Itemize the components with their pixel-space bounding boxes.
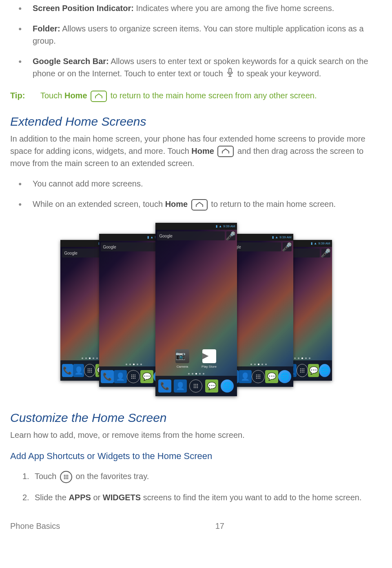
svg-point-17	[135, 376, 136, 377]
svg-point-53	[67, 476, 69, 477]
list-item: While on an extended screen, touch Home …	[10, 198, 382, 211]
list-item: Google Search Bar: Allows users to enter…	[10, 55, 382, 81]
svg-point-4	[89, 368, 91, 370]
home-icon	[191, 199, 208, 211]
svg-point-44	[303, 370, 305, 371]
svg-point-35	[259, 376, 261, 377]
svg-point-43	[302, 370, 303, 371]
svg-rect-0	[229, 68, 231, 73]
feature-list: Screen Position Indicator: Indicates whe…	[10, 2, 382, 81]
svg-point-21	[194, 384, 195, 385]
svg-point-45	[300, 372, 301, 373]
svg-point-16	[133, 376, 134, 377]
term-label: Folder:	[33, 24, 60, 33]
svg-point-48	[64, 475, 65, 476]
svg-point-38	[259, 378, 261, 379]
svg-point-40	[302, 368, 303, 370]
tip-text: Touch Home to return to the main home sc…	[40, 89, 317, 102]
svg-point-32	[259, 375, 261, 376]
add-steps-list: 1. Touch on the favorites tray. 2. Slide…	[22, 470, 382, 504]
tip-label: Tip:	[10, 89, 33, 102]
phone-stack: ▮▲9:39 AM Google🎤 📞👤💬🌐 ▮▲9:39 AM Google🎤…	[51, 223, 341, 398]
svg-point-18	[131, 378, 133, 379]
svg-point-42	[300, 370, 301, 371]
term-text: Indicates where you are among the five h…	[134, 4, 334, 13]
svg-point-52	[66, 476, 67, 477]
apps-grid-icon	[60, 471, 72, 483]
svg-point-11	[91, 372, 92, 373]
svg-point-34	[258, 376, 259, 377]
page-footer: Phone Basics 17 .	[10, 520, 382, 532]
svg-point-54	[64, 478, 65, 479]
svg-point-50	[67, 475, 69, 476]
svg-point-23	[197, 384, 198, 385]
svg-point-20	[135, 378, 136, 379]
phone-screen-main: ▮▲9:39 AM Google🎤 📷Camera ▶Play Store 📞👤…	[155, 223, 237, 396]
svg-point-37	[258, 378, 259, 379]
svg-point-14	[135, 375, 136, 376]
extended-bullets: You cannot add more screens. While on an…	[10, 178, 382, 211]
svg-point-12	[131, 375, 133, 376]
svg-point-28	[195, 387, 197, 388]
svg-point-24	[194, 386, 195, 387]
google-search-bar: Google🎤	[155, 230, 237, 242]
svg-point-19	[133, 378, 134, 379]
svg-point-6	[88, 370, 89, 371]
section-body-extended: In addition to the main home screen, you…	[10, 133, 382, 170]
extended-screens-figure: ▮▲9:39 AM Google🎤 📞👤💬🌐 ▮▲9:39 AM Google🎤…	[10, 223, 382, 398]
playstore-app-icon: ▶Play Store	[202, 349, 217, 369]
list-item: Screen Position Indicator: Indicates whe…	[10, 2, 382, 14]
svg-point-10	[89, 372, 91, 373]
subsection-heading-add: Add App Shortcuts or Widgets to the Home…	[10, 449, 382, 463]
home-icon	[91, 91, 107, 102]
svg-point-39	[300, 368, 301, 370]
step-item: 1. Touch on the favorites tray.	[22, 470, 382, 483]
svg-point-9	[88, 372, 89, 373]
svg-point-46	[302, 372, 303, 373]
term-text-after: to speak your keyword.	[235, 69, 321, 78]
svg-point-7	[89, 370, 91, 371]
svg-point-41	[303, 368, 305, 370]
svg-point-36	[256, 378, 257, 379]
page-number: 17	[215, 520, 224, 532]
svg-point-30	[256, 375, 257, 376]
svg-point-15	[131, 376, 133, 377]
svg-point-33	[256, 376, 257, 377]
svg-point-49	[66, 475, 67, 476]
step-item: 2. Slide the APPS or WIDGETS screens to …	[22, 491, 382, 504]
camera-app-icon: 📷Camera	[175, 349, 189, 369]
home-icon	[217, 146, 234, 157]
svg-point-27	[194, 387, 195, 388]
svg-point-29	[197, 387, 198, 388]
svg-point-47	[303, 372, 305, 373]
list-item: Folder: Allows users to organize screen …	[10, 22, 382, 47]
svg-point-55	[66, 478, 67, 479]
svg-point-26	[197, 386, 198, 387]
term-label: Screen Position Indicator:	[33, 4, 134, 13]
svg-point-51	[64, 476, 65, 477]
svg-point-8	[91, 370, 92, 371]
svg-point-56	[67, 478, 69, 479]
term-text: Allows users to organize screen items. Y…	[33, 24, 364, 45]
svg-point-25	[195, 386, 197, 387]
section-heading-extended: Extended Home Screens	[10, 112, 382, 131]
svg-point-5	[91, 368, 92, 370]
svg-point-13	[133, 375, 134, 376]
section-heading-customize: Customize the Home Screen	[10, 408, 382, 427]
microphone-icon	[226, 67, 234, 81]
svg-point-22	[195, 384, 197, 385]
status-bar: ▮▲9:39 AM	[155, 223, 237, 230]
svg-point-31	[258, 375, 259, 376]
favorites-tray: 📞👤💬🌐	[155, 376, 237, 396]
tip-callout: Tip: Touch Home to return to the main ho…	[10, 89, 382, 102]
list-item: You cannot add more screens.	[10, 178, 382, 190]
svg-point-3	[88, 368, 89, 370]
section-body-customize: Learn how to add, move, or remove items …	[10, 429, 382, 441]
term-label: Google Search Bar:	[33, 57, 109, 66]
footer-section: Phone Basics	[10, 520, 60, 532]
